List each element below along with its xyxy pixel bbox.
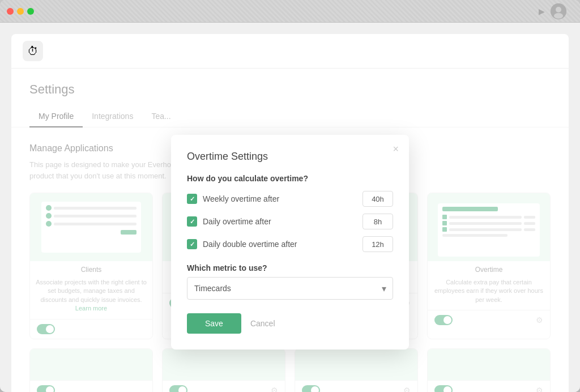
traffic-lights xyxy=(7,8,34,15)
svg-point-1 xyxy=(556,7,561,12)
maximize-button[interactable] xyxy=(27,8,34,15)
weekly-checkbox[interactable] xyxy=(187,194,197,204)
weekly-label: Weekly overtime after xyxy=(203,194,357,203)
browser-content: ⏱ Settings My Profile Integrations Tea..… xyxy=(0,23,580,392)
modal-close-button[interactable]: × xyxy=(393,144,399,154)
browser-window: ▶ ⏱ Settings My Profile xyxy=(0,0,580,392)
weekly-input[interactable] xyxy=(362,191,393,207)
save-button[interactable]: Save xyxy=(187,313,241,334)
app-logo: ⏱ xyxy=(23,41,43,61)
metric-select-wrapper: Timecards Scheduled hours Manual hours ▾ xyxy=(187,277,393,300)
cancel-button[interactable]: Cancel xyxy=(250,319,275,328)
header-left: ⏱ xyxy=(23,41,43,61)
double-label: Daily double overtime after xyxy=(203,240,357,249)
modal-footer: Save Cancel xyxy=(187,313,393,334)
nav-arrow-icon[interactable]: ▶ xyxy=(539,7,545,16)
logo-icon: ⏱ xyxy=(27,45,39,58)
metric-label: Which metric to use? xyxy=(187,263,393,272)
metric-select[interactable]: Timecards Scheduled hours Manual hours xyxy=(187,277,393,300)
user-avatar[interactable] xyxy=(551,3,566,19)
daily-checkbox[interactable] xyxy=(187,216,197,227)
metric-section: Which metric to use? Timecards Scheduled… xyxy=(187,263,393,300)
daily-label: Daily overtime after xyxy=(203,217,357,226)
weekly-overtime-row: Weekly overtime after xyxy=(187,191,393,207)
svg-point-2 xyxy=(554,13,563,19)
app-main: Settings My Profile Integrations Tea... … xyxy=(11,69,569,392)
double-checkbox[interactable] xyxy=(187,239,197,249)
double-overtime-row: Daily double overtime after xyxy=(187,236,393,252)
browser-toolbar: ▶ xyxy=(34,3,573,19)
daily-overtime-row: Daily overtime after xyxy=(187,214,393,229)
modal-title: Overtime Settings xyxy=(187,151,393,163)
double-input[interactable] xyxy=(362,236,393,252)
titlebar: ▶ xyxy=(0,0,580,23)
modal-overlay: Overtime Settings × How do you calculate… xyxy=(11,69,569,392)
overtime-question: How do you calculate overtime? xyxy=(187,174,393,183)
close-button[interactable] xyxy=(7,8,14,15)
daily-input[interactable] xyxy=(362,214,393,229)
app-header: ⏱ xyxy=(11,34,569,69)
minimize-button[interactable] xyxy=(17,8,24,15)
overtime-modal: Overtime Settings × How do you calculate… xyxy=(171,135,409,350)
